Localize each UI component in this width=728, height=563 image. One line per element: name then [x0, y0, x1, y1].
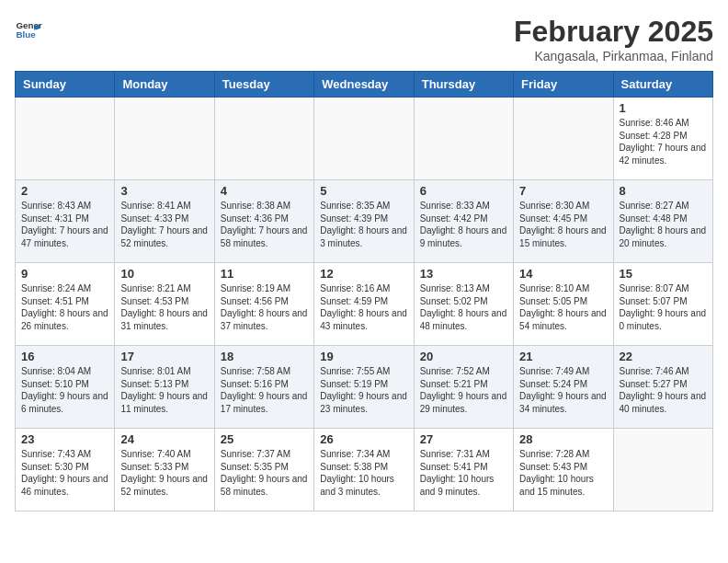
calendar-day-cell: 26Sunrise: 7:34 AM Sunset: 5:38 PM Dayli… — [314, 429, 414, 511]
calendar-week-row: 16Sunrise: 8:04 AM Sunset: 5:10 PM Dayli… — [16, 346, 713, 429]
day-info: Sunrise: 7:49 AM Sunset: 5:24 PM Dayligh… — [519, 365, 607, 415]
day-info: Sunrise: 7:40 AM Sunset: 5:33 PM Dayligh… — [120, 448, 208, 498]
weekday-header-thursday: Thursday — [414, 72, 513, 98]
day-number: 24 — [120, 432, 208, 446]
calendar-day-cell: 24Sunrise: 7:40 AM Sunset: 5:33 PM Dayli… — [115, 429, 214, 511]
day-info: Sunrise: 7:52 AM Sunset: 5:21 PM Dayligh… — [420, 365, 507, 415]
calendar-day-cell: 5Sunrise: 8:35 AM Sunset: 4:39 PM Daylig… — [314, 180, 414, 263]
calendar-day-cell: 8Sunrise: 8:27 AM Sunset: 4:48 PM Daylig… — [613, 180, 712, 263]
calendar: SundayMondayTuesdayWednesdayThursdayFrid… — [15, 71, 713, 511]
weekday-header-sunday: Sunday — [16, 72, 115, 98]
day-info: Sunrise: 7:34 AM Sunset: 5:38 PM Dayligh… — [320, 448, 407, 498]
weekday-header-saturday: Saturday — [613, 72, 712, 98]
calendar-day-cell: 6Sunrise: 8:33 AM Sunset: 4:42 PM Daylig… — [414, 180, 513, 263]
calendar-day-cell: 9Sunrise: 8:24 AM Sunset: 4:51 PM Daylig… — [16, 263, 115, 346]
day-number: 9 — [21, 267, 108, 281]
day-number: 15 — [620, 267, 707, 281]
month-title: February 2025 — [514, 15, 713, 49]
calendar-day-cell: 7Sunrise: 8:30 AM Sunset: 4:45 PM Daylig… — [514, 180, 613, 263]
day-number: 22 — [620, 350, 707, 363]
calendar-day-cell — [414, 98, 513, 180]
day-number: 3 — [120, 184, 208, 198]
day-number: 5 — [320, 184, 407, 198]
day-info: Sunrise: 7:46 AM Sunset: 5:27 PM Dayligh… — [620, 365, 707, 415]
calendar-day-cell: 14Sunrise: 8:10 AM Sunset: 5:05 PM Dayli… — [514, 263, 613, 346]
calendar-day-cell: 13Sunrise: 8:13 AM Sunset: 5:02 PM Dayli… — [414, 263, 513, 346]
weekday-header-wednesday: Wednesday — [314, 72, 414, 98]
calendar-day-cell: 2Sunrise: 8:43 AM Sunset: 4:31 PM Daylig… — [16, 180, 115, 263]
calendar-day-cell: 25Sunrise: 7:37 AM Sunset: 5:35 PM Dayli… — [214, 429, 313, 511]
day-number: 4 — [221, 184, 308, 198]
day-info: Sunrise: 8:07 AM Sunset: 5:07 PM Dayligh… — [620, 282, 707, 332]
day-number: 12 — [320, 267, 407, 281]
calendar-day-cell: 21Sunrise: 7:49 AM Sunset: 5:24 PM Dayli… — [514, 346, 613, 429]
day-number: 14 — [519, 267, 607, 281]
calendar-week-row: 1Sunrise: 8:46 AM Sunset: 4:28 PM Daylig… — [16, 98, 713, 180]
day-info: Sunrise: 8:19 AM Sunset: 4:56 PM Dayligh… — [221, 282, 308, 332]
day-info: Sunrise: 7:31 AM Sunset: 5:41 PM Dayligh… — [420, 448, 507, 498]
calendar-day-cell — [314, 98, 414, 180]
day-number: 18 — [221, 350, 308, 363]
calendar-week-row: 9Sunrise: 8:24 AM Sunset: 4:51 PM Daylig… — [16, 263, 713, 346]
day-number: 1 — [620, 101, 707, 115]
day-number: 11 — [221, 267, 308, 281]
calendar-day-cell: 12Sunrise: 8:16 AM Sunset: 4:59 PM Dayli… — [314, 263, 414, 346]
day-info: Sunrise: 8:10 AM Sunset: 5:05 PM Dayligh… — [519, 282, 607, 332]
day-info: Sunrise: 8:01 AM Sunset: 5:13 PM Dayligh… — [120, 365, 208, 415]
day-number: 20 — [420, 350, 507, 363]
day-info: Sunrise: 7:37 AM Sunset: 5:35 PM Dayligh… — [221, 448, 308, 498]
calendar-day-cell: 22Sunrise: 7:46 AM Sunset: 5:27 PM Dayli… — [613, 346, 712, 429]
weekday-header-friday: Friday — [514, 72, 613, 98]
weekday-header-tuesday: Tuesday — [214, 72, 313, 98]
day-number: 25 — [221, 432, 308, 446]
calendar-week-row: 23Sunrise: 7:43 AM Sunset: 5:30 PM Dayli… — [16, 429, 713, 511]
calendar-day-cell: 23Sunrise: 7:43 AM Sunset: 5:30 PM Dayli… — [16, 429, 115, 511]
calendar-day-cell — [16, 98, 115, 180]
day-number: 17 — [120, 350, 208, 363]
day-number: 21 — [519, 350, 607, 363]
day-number: 10 — [120, 267, 208, 281]
header: General Blue February 2025 Kangasala, Pi… — [15, 15, 713, 63]
calendar-day-cell: 10Sunrise: 8:21 AM Sunset: 4:53 PM Dayli… — [115, 263, 214, 346]
day-info: Sunrise: 8:35 AM Sunset: 4:39 PM Dayligh… — [320, 200, 407, 249]
calendar-day-cell — [613, 429, 712, 511]
weekday-header-monday: Monday — [115, 72, 214, 98]
location-subtitle: Kangasala, Pirkanmaa, Finland — [514, 49, 713, 63]
day-number: 23 — [21, 432, 108, 446]
calendar-day-cell — [214, 98, 313, 180]
calendar-day-cell: 28Sunrise: 7:28 AM Sunset: 5:43 PM Dayli… — [514, 429, 613, 511]
day-info: Sunrise: 8:33 AM Sunset: 4:42 PM Dayligh… — [420, 200, 507, 249]
day-number: 19 — [320, 350, 407, 363]
calendar-day-cell: 19Sunrise: 7:55 AM Sunset: 5:19 PM Dayli… — [314, 346, 414, 429]
logo: General Blue — [15, 15, 42, 42]
calendar-day-cell: 27Sunrise: 7:31 AM Sunset: 5:41 PM Dayli… — [414, 429, 513, 511]
weekday-header-row: SundayMondayTuesdayWednesdayThursdayFrid… — [16, 72, 713, 98]
calendar-day-cell — [115, 98, 214, 180]
logo-icon: General Blue — [15, 15, 42, 42]
day-info: Sunrise: 8:38 AM Sunset: 4:36 PM Dayligh… — [221, 200, 308, 249]
day-number: 16 — [21, 350, 108, 363]
day-info: Sunrise: 8:24 AM Sunset: 4:51 PM Dayligh… — [21, 282, 108, 332]
calendar-day-cell: 17Sunrise: 8:01 AM Sunset: 5:13 PM Dayli… — [115, 346, 214, 429]
calendar-day-cell: 1Sunrise: 8:46 AM Sunset: 4:28 PM Daylig… — [613, 98, 712, 180]
calendar-day-cell: 3Sunrise: 8:41 AM Sunset: 4:33 PM Daylig… — [115, 180, 214, 263]
day-number: 6 — [420, 184, 507, 198]
day-info: Sunrise: 7:58 AM Sunset: 5:16 PM Dayligh… — [221, 365, 308, 415]
day-number: 2 — [21, 184, 108, 198]
day-number: 26 — [320, 432, 407, 446]
calendar-day-cell: 16Sunrise: 8:04 AM Sunset: 5:10 PM Dayli… — [16, 346, 115, 429]
calendar-day-cell — [514, 98, 613, 180]
day-number: 27 — [420, 432, 507, 446]
day-info: Sunrise: 8:16 AM Sunset: 4:59 PM Dayligh… — [320, 282, 407, 332]
day-info: Sunrise: 7:43 AM Sunset: 5:30 PM Dayligh… — [21, 448, 108, 498]
day-info: Sunrise: 8:43 AM Sunset: 4:31 PM Dayligh… — [21, 200, 108, 249]
calendar-day-cell: 20Sunrise: 7:52 AM Sunset: 5:21 PM Dayli… — [414, 346, 513, 429]
svg-text:Blue: Blue — [17, 29, 37, 40]
day-number: 8 — [620, 184, 707, 198]
day-info: Sunrise: 8:41 AM Sunset: 4:33 PM Dayligh… — [120, 200, 208, 249]
calendar-day-cell: 18Sunrise: 7:58 AM Sunset: 5:16 PM Dayli… — [214, 346, 313, 429]
day-info: Sunrise: 7:55 AM Sunset: 5:19 PM Dayligh… — [320, 365, 407, 415]
day-info: Sunrise: 8:21 AM Sunset: 4:53 PM Dayligh… — [120, 282, 208, 332]
day-info: Sunrise: 8:46 AM Sunset: 4:28 PM Dayligh… — [620, 117, 707, 167]
day-info: Sunrise: 8:30 AM Sunset: 4:45 PM Dayligh… — [519, 200, 607, 249]
